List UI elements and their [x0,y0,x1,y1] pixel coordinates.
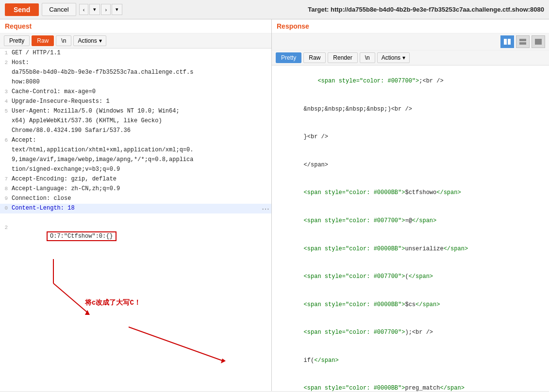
target-text: Target: http://da755b8e-b4d0-4b2b-9e3e-f… [308,6,544,13]
code-line-6b: text/html,application/xhtml+xml,applicat… [0,146,271,155]
code-line-6: 6 Accept: [0,136,271,146]
view-single-icon[interactable] [532,35,545,48]
tab-response-raw[interactable]: Raw [303,52,326,63]
resp-line-2: &nbsp;&nbsp;&nbsp;&nbsp;)<br /> [276,96,545,124]
annotation-text: 将c改成了大写C！ [85,298,141,308]
resp-line-5: <span style="color: #0000BB">$ctfshowo</… [276,179,545,207]
resp-line-8: <span style="color: #007700">(</span> [276,263,545,291]
tab-request-raw[interactable]: Raw [32,35,54,46]
response-panel-title: Response [272,19,549,33]
tab-response-render[interactable]: Render [328,52,357,63]
svg-rect-7 [519,39,526,41]
tab-response-newline[interactable]: \n [360,52,375,63]
code-line-8: 8 Accept-Language: zh-CN,zh;q=0.9 [0,184,271,194]
resp-line-11: if(</span> [276,347,545,375]
response-panel: Response Pretty Raw Render \n Actions [272,19,549,391]
code-line-5c: Chrome/88.0.4324.190 Safari/537.36 [0,126,271,136]
code-line-9: 9 Connection: close [0,194,271,204]
code-line-3: 3 Cache-Control: max-age=0 [0,87,271,97]
resp-line-7: <span style="color: #0000BB">unserialize… [276,235,545,263]
annotation-area: 将c改成了大写C！ [10,254,271,351]
code-line-2c: how:8080 [0,78,271,87]
code-line-empty [0,213,271,223]
tab-request-newline[interactable]: \n [56,35,71,46]
request-tab-bar: Pretty Raw \n Actions ▾ [0,33,271,49]
response-code-area[interactable]: <span style="color: #007700">;<br /> &nb… [272,65,549,391]
response-actions-label: Actions [382,54,400,61]
prev-dropdown-button[interactable]: ▾ [89,4,100,15]
view-horizontal-icon[interactable] [516,35,530,48]
view-split-icon[interactable] [500,35,514,48]
code-line-2b: da755b8e-b4d0-4b2b-9e3e-f7b35253c7aa.cha… [0,68,271,78]
code-line-5: 5 User-Agent: Mozilla/5.0 (Windows NT 10… [0,107,271,116]
svg-rect-5 [504,39,507,45]
payload-box: O:7:"Ctfshow":0:{} [47,231,116,241]
svg-rect-9 [535,39,542,45]
response-actions-button[interactable]: Actions ▾ [377,52,410,63]
send-button[interactable]: Send [5,3,39,16]
code-line-6c: 9,image/avif,image/webp,image/apng,*/*;q… [0,155,271,165]
svg-line-1 [53,283,87,312]
tab-response-pretty[interactable]: Pretty [276,52,301,63]
resp-line-9: <span style="color: #0000BB">$cs</span> [276,291,545,319]
code-line-6d: tion/signed-exchange;v=b3;q=0.9 [0,165,271,175]
request-code-area[interactable]: 1 GET / HTTP/1.1 2 Host: da755b8e-b4d0-4… [0,49,271,391]
resp-line-1: <span style="color: #007700">;<br /> [276,67,545,96]
svg-marker-4 [221,359,226,363]
cancel-button[interactable]: Cancel [42,3,76,16]
response-actions-dropdown-icon: ▾ [402,54,405,61]
actions-label: Actions [78,37,97,44]
response-tab-bar: Pretty Raw Render \n Actions ▾ [272,50,549,65]
code-line-10: 0 Content-Length: 18 ⋯ [0,204,271,213]
code-line-7: 7 Accept-Encoding: gzip, deflate [0,175,271,184]
top-bar: Send Cancel ‹ ▾ › ▾ Target: http://da755… [0,0,549,19]
actions-dropdown-icon: ▾ [99,37,102,44]
view-icon-group [500,35,545,48]
next-button[interactable]: › [101,4,111,15]
svg-rect-8 [519,42,526,45]
request-actions-button[interactable]: Actions ▾ [73,35,106,46]
resp-line-4: </span> [276,151,545,180]
resp-line-6: <span style="color: #007700">=@</span> [276,207,545,235]
resp-line-3: }<br /> [276,123,545,151]
tab-request-pretty[interactable]: Pretty [4,35,30,46]
resp-line-10: <span style="color: #007700">);<br /> [276,319,545,347]
request-panel: Request Pretty Raw \n Actions ▾ 1 GET / … [0,19,272,391]
request-panel-title: Request [0,19,271,33]
prev-button[interactable]: ‹ [79,4,89,15]
svg-rect-6 [508,39,511,45]
code-line-5b: x64) AppleWebKit/537.36 (KHTML, like Gec… [0,116,271,126]
ellipsis-button[interactable]: ⋯ [260,204,271,213]
code-line-payload: 2 O:7:"Ctfshow":0:{} [0,223,271,249]
svg-line-3 [129,327,223,361]
annotation-arrow2-svg [10,312,271,371]
code-line-1: 1 GET / HTTP/1.1 [0,49,271,58]
resp-line-12: <span style="color: #0000BB">preg_match<… [276,375,545,391]
next-dropdown-button[interactable]: ▾ [112,4,122,15]
code-line-2: 2 Host: [0,58,271,68]
code-line-4: 4 Upgrade-Insecure-Requests: 1 [0,97,271,107]
